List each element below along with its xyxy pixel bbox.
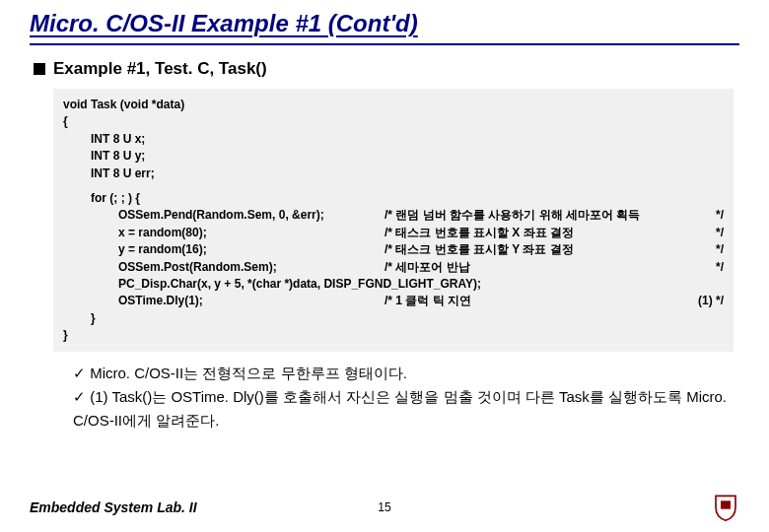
code-line: x = random(80);	[118, 225, 384, 241]
bullet-item: Micro. C/OS-II는 전형적으로 무한루프 형태이다.	[73, 362, 739, 385]
slide-title: Micro. C/OS-II Example #1 (Cont'd)	[30, 10, 739, 37]
bullet-text: Micro. C/OS-II는 전형적으로 무한루프 형태이다.	[90, 365, 407, 381]
code-comment-end: (1) */	[698, 293, 724, 309]
code-line: void Task (void *data)	[63, 97, 184, 113]
bullet-item: (1) Task()는 OSTime. Dly()를 호출해서 자신은 실행을 …	[73, 385, 739, 432]
code-comment-end: */	[716, 241, 724, 258]
code-line: OSTime.Dly(1);	[118, 293, 384, 309]
code-line: for (; ; ) {	[91, 190, 140, 207]
title-rule	[30, 43, 739, 45]
code-line: INT 8 U y;	[91, 148, 145, 165]
section-heading: Example #1, Test. C, Task()	[34, 59, 739, 79]
code-line: OSSem.Pend(Random.Sem, 0, &err);	[118, 207, 384, 224]
code-block: void Task (void *data) { INT 8 U x; INT …	[53, 89, 734, 352]
code-comment: /* 랜덤 넘버 함수를 사용하기 위해 세마포어 획득	[384, 207, 640, 224]
bullet-text: (1) Task()는 OSTime. Dly()를 호출해서 자신은 실행을 …	[73, 388, 727, 429]
code-line: INT 8 U x;	[91, 131, 145, 148]
footer-lab: Embedded System Lab. II	[30, 499, 197, 515]
code-line: INT 8 U err;	[91, 166, 155, 182]
code-line: OSSem.Post(Random.Sem);	[118, 259, 384, 276]
code-comment: /* 세마포어 반납	[384, 259, 470, 276]
footer: Embedded System Lab. II 15	[30, 493, 739, 522]
code-line: }	[63, 327, 68, 344]
bullets: Micro. C/OS-II는 전형적으로 무한루프 형태이다. (1) Tas…	[73, 362, 739, 432]
code-line: {	[63, 113, 68, 130]
code-comment-end: */	[716, 259, 724, 276]
code-line: }	[91, 310, 96, 327]
page-number: 15	[378, 500, 390, 514]
code-line: PC_Disp.Char(x, y + 5, *(char *)data, DI…	[118, 276, 481, 293]
code-comment: /* 태스크 번호를 표시할 Y 좌표 결정	[384, 241, 574, 258]
code-comment-end: */	[716, 207, 724, 224]
code-line: y = random(16);	[118, 241, 384, 258]
code-comment: /* 태스크 번호를 표시할 X 좌표 결정	[384, 225, 574, 241]
code-comment: /* 1 클럭 틱 지연	[384, 293, 471, 309]
svg-rect-0	[721, 500, 731, 508]
code-comment-end: */	[716, 225, 724, 241]
crest-icon	[712, 493, 739, 522]
slide: Micro. C/OS-II Example #1 (Cont'd) Examp…	[0, 0, 769, 532]
